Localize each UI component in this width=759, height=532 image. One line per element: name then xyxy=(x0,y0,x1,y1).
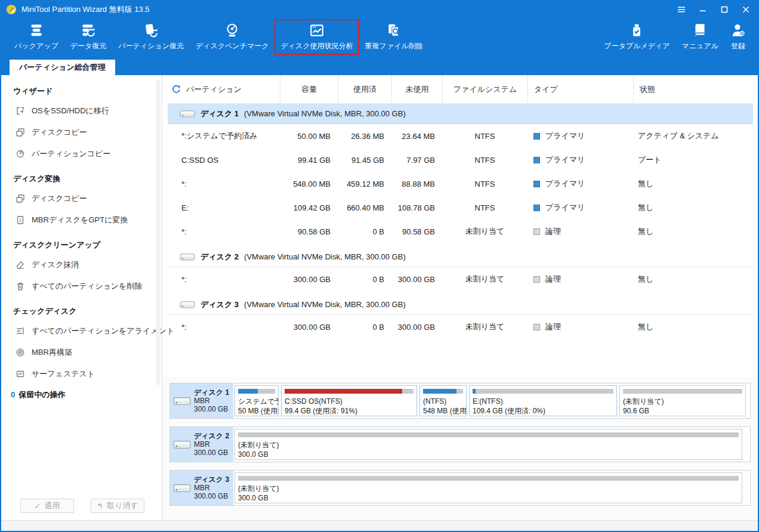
table-row[interactable]: C:SSD OS 99.41 GB 91.45 GB 7.97 GB NTFS … xyxy=(168,148,753,172)
check-icon: ✓ xyxy=(35,502,41,511)
sidebar-item-label: MBRディスクをGPTに変換 xyxy=(32,215,128,225)
partition-detail: 300.0 GB xyxy=(238,493,739,503)
filesystem-cell: 未割り当て xyxy=(442,321,527,332)
column-header: 容量 xyxy=(280,75,338,103)
disk-map-row: ディスク 1 MBR 300.00 GB システムで予約 50 MB (使用済 … xyxy=(169,383,751,419)
toolbar-item-duplicate-file-remover[interactable]: 重複ファイル削除 xyxy=(359,19,429,55)
usage-bar xyxy=(238,389,275,394)
pending-operations: 0保留中の操作 xyxy=(1,385,162,400)
toolbar-item-bootable-media[interactable]: ブータブルメディア xyxy=(598,19,675,55)
toolbar-item-disk-benchmark[interactable]: ディスクベンチマーク xyxy=(190,19,275,55)
toolbar-item-data-recovery[interactable]: データ復元 xyxy=(64,19,113,55)
apply-button[interactable]: ✓ 適用 xyxy=(20,499,74,513)
toolbar-item-manual[interactable]: マニュアル xyxy=(676,19,724,55)
rebuild-mbr-icon xyxy=(16,348,25,357)
unused-cell: 300.00 GB xyxy=(391,323,442,332)
align-partitions-icon xyxy=(16,326,25,336)
partition-label: (未割り当て) xyxy=(238,484,739,493)
column-header: 未使用 xyxy=(391,75,442,103)
disk-map: ディスク 1 MBR 300.00 GB システムで予約 50 MB (使用済 … xyxy=(162,377,758,520)
sidebar-item-mbr-to-gpt[interactable]: 2 MBRディスクをGPTに変換 xyxy=(1,209,162,231)
unused-cell: 90.58 GB xyxy=(391,227,442,236)
map-partition-unallocated[interactable]: (未割り当て) 300.0 GB xyxy=(235,472,742,503)
used-cell: 660.40 MB xyxy=(338,203,391,212)
table-header-row: パーティション 容量 使用済 未使用 ファイルシステム タイプ 状態 xyxy=(168,75,753,104)
type-cell: プライマリ xyxy=(527,178,633,189)
refresh-icon[interactable] xyxy=(172,85,181,94)
map-partition[interactable]: C:SSD OS(NTFS) 99.4 GB (使用済: 91%) xyxy=(281,385,417,416)
used-cell: 26.36 MB xyxy=(338,132,391,141)
delete-partitions-icon xyxy=(16,282,25,291)
disk-name: ディスク 2 xyxy=(194,432,229,440)
disk-map-label[interactable]: ディスク 2 MBR 300.00 GB xyxy=(170,427,233,462)
toolbar-item-label: マニュアル xyxy=(682,41,718,51)
toolbar-item-disk-usage-analysis[interactable]: ディスク使用状況分析 xyxy=(274,19,359,55)
sidebar-item-surface-test[interactable]: サーフェステスト xyxy=(1,363,162,385)
disk-name: ディスク 3 xyxy=(194,475,229,484)
filesystem-cell: 未割り当て xyxy=(442,274,527,284)
sidebar-item-disk-copy[interactable]: ディスクコピー xyxy=(1,122,162,143)
sidebar-item-disk-copy-2[interactable]: ディスクコピー xyxy=(1,188,162,209)
map-partition-unallocated[interactable]: (未割り当て) 300.0 GB xyxy=(235,429,742,460)
map-partition[interactable]: システムで予約 50 MB (使用済 xyxy=(235,385,279,416)
pending-operations-count: 0 xyxy=(11,390,15,399)
type-cell: 論理 xyxy=(527,321,633,332)
toolbar-item-label: 重複ファイル削除 xyxy=(365,41,423,51)
column-header: 状態 xyxy=(633,75,753,103)
table-row[interactable]: *: 548.00 MB 459.12 MB 88.88 MB NTFS プライ… xyxy=(168,172,753,196)
table-row[interactable]: E: 109.42 GB 660.40 MB 108.78 GB NTFS プラ… xyxy=(168,196,753,219)
capacity-cell: 50.00 MB xyxy=(280,132,338,141)
mbr-to-gpt-icon: 2 xyxy=(16,215,25,225)
disk-drive-icon xyxy=(173,439,191,450)
sidebar-item-align-all-partitions[interactable]: すべてのパーティションをアライメント xyxy=(1,320,162,342)
sidebar-item-delete-all-partitions[interactable]: すべてのパーティションを削除 xyxy=(1,276,162,297)
disk-drive-icon xyxy=(180,252,195,261)
disk-group-header[interactable]: ディスク 3 (VMware Virtual NVMe Disk, MBR, 3… xyxy=(168,295,753,315)
maximize-button[interactable] xyxy=(716,3,733,16)
toolbar-item-register[interactable]: 登録 xyxy=(724,19,752,55)
disk-size: 300.00 GB xyxy=(194,449,229,457)
filesystem-cell: NTFS xyxy=(442,132,527,141)
map-partition[interactable]: E:(NTFS) 109.4 GB (使用済: 0%) xyxy=(469,385,617,416)
table-row[interactable]: *: 300.00 GB 0 B 300.00 GB 未割り当て 論理 無し xyxy=(168,267,753,291)
toolbar-item-partition-recovery[interactable]: パーティション復元 xyxy=(112,19,190,55)
disk-group-header[interactable]: ディスク 2 (VMware Virtual NVMe Disk, MBR, 3… xyxy=(168,247,753,267)
disk-drive-icon xyxy=(173,482,191,493)
used-cell: 0 B xyxy=(338,227,391,236)
sidebar-item-label: OSをSSD/HDDに移行 xyxy=(32,106,109,116)
status-cell: 無し xyxy=(633,321,753,332)
table-row[interactable]: *: 300.00 GB 0 B 300.00 GB 未割り当て 論理 無し xyxy=(168,315,753,339)
partition-cell: *: xyxy=(168,180,280,188)
status-cell: アクティブ & システム xyxy=(633,131,753,141)
sidebar-item-migrate-os[interactable]: OSをSSD/HDDに移行 xyxy=(1,100,162,122)
menu-icon[interactable] xyxy=(673,3,690,16)
undo-arrow-icon: ↰ xyxy=(97,502,103,511)
map-partition-unallocated[interactable]: (未割り当て) 90.6 GB xyxy=(619,385,746,416)
toolbar-item-backup[interactable]: バックアップ xyxy=(8,19,64,55)
table-row[interactable]: *: 90.58 GB 0 B 90.58 GB 未割り当て 論理 無し xyxy=(168,219,753,243)
minimize-button[interactable] xyxy=(695,3,711,16)
sidebar-item-disk-wipe[interactable]: ディスク抹消 xyxy=(1,254,162,276)
disk-map-label[interactable]: ディスク 1 MBR 300.00 GB xyxy=(170,383,233,418)
sidebar-item-rebuild-mbr[interactable]: MBR再構築 xyxy=(1,342,162,363)
svg-text:2: 2 xyxy=(19,218,22,223)
undo-button[interactable]: ↰ 取り消す xyxy=(91,499,144,513)
disk-group-header[interactable]: ディスク 1 (VMware Virtual NVMe Disk, MBR, 3… xyxy=(168,104,753,124)
disk-name: ディスク 1 xyxy=(200,109,239,119)
table-row[interactable]: *:システムで予約済み 50.00 MB 26.36 MB 23.64 MB N… xyxy=(168,124,753,148)
usage-bar xyxy=(238,476,739,481)
disk-info: (VMware Virtual NVMe Disk, MBR, 300.00 G… xyxy=(244,109,406,118)
map-partition[interactable]: (NTFS) 548 MB (使用 xyxy=(419,385,467,416)
column-header: パーティション xyxy=(186,84,242,95)
tab-partition-management[interactable]: パーティション総合管理 xyxy=(10,60,115,75)
disk-map-label[interactable]: ディスク 3 MBR 300.00 GB xyxy=(170,471,233,505)
sidebar-item-partition-copy[interactable]: パーティションコピー xyxy=(1,143,162,165)
sidebar-scrollbar[interactable] xyxy=(156,80,161,385)
partition-cell: C:SSD OS xyxy=(168,156,280,165)
sidebar-item-label: すべてのパーティションをアライメント xyxy=(32,326,174,336)
close-button[interactable] xyxy=(738,3,754,16)
type-cell: 論理 xyxy=(527,274,633,284)
filesystem-cell: 未割り当て xyxy=(442,226,527,237)
filesystem-cell: NTFS xyxy=(442,156,527,165)
unused-cell: 300.00 GB xyxy=(391,275,442,284)
